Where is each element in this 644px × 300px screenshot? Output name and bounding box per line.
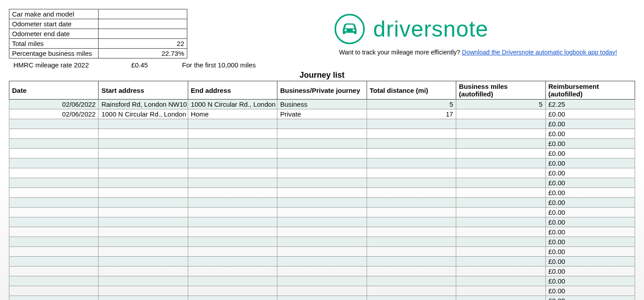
cell-biz[interactable]: [456, 129, 545, 139]
cell-start[interactable]: [99, 129, 188, 139]
cell-biz[interactable]: [456, 149, 545, 158]
info-value[interactable]: [98, 9, 187, 19]
cell-reimb[interactable]: £0.00: [545, 227, 635, 237]
cell-type[interactable]: [277, 178, 367, 188]
cell-end[interactable]: [188, 237, 277, 247]
cell-date[interactable]: [9, 208, 99, 217]
cell-start[interactable]: [99, 247, 188, 257]
cell-type[interactable]: [277, 276, 367, 286]
cell-reimb[interactable]: £0.00: [545, 247, 635, 257]
cell-reimb[interactable]: £0.00: [545, 276, 635, 286]
cell-start[interactable]: [99, 217, 188, 227]
cell-reimb[interactable]: £0.00: [545, 129, 635, 139]
cell-end[interactable]: [188, 168, 277, 178]
cell-end[interactable]: [188, 267, 277, 276]
cell-date[interactable]: [9, 188, 99, 198]
info-value[interactable]: [98, 29, 187, 39]
download-link[interactable]: Download the Driversnote automatic logbo…: [462, 49, 617, 56]
cell-biz[interactable]: [456, 267, 545, 276]
cell-end[interactable]: [188, 247, 277, 257]
cell-biz[interactable]: [456, 276, 545, 286]
cell-start[interactable]: [99, 286, 188, 296]
cell-dist[interactable]: [367, 119, 456, 129]
cell-date[interactable]: [9, 149, 99, 158]
cell-biz[interactable]: [456, 247, 545, 257]
cell-dist[interactable]: [367, 247, 456, 257]
cell-type[interactable]: [277, 188, 367, 198]
cell-reimb[interactable]: £0.00: [545, 158, 635, 168]
cell-biz[interactable]: 5: [456, 100, 545, 109]
cell-reimb[interactable]: £0.00: [545, 198, 635, 208]
cell-date[interactable]: [9, 227, 99, 237]
cell-type[interactable]: [277, 296, 367, 300]
cell-start[interactable]: [99, 188, 188, 198]
info-value[interactable]: 22.73%: [98, 49, 187, 58]
cell-type[interactable]: [277, 139, 367, 149]
cell-biz[interactable]: [456, 217, 545, 227]
cell-dist[interactable]: [367, 149, 456, 158]
cell-start[interactable]: [99, 267, 188, 276]
cell-end[interactable]: Home: [188, 109, 277, 119]
cell-end[interactable]: [188, 158, 277, 168]
cell-end[interactable]: [188, 129, 277, 139]
cell-end[interactable]: [188, 188, 277, 198]
cell-dist[interactable]: [367, 178, 456, 188]
cell-reimb[interactable]: £0.00: [545, 237, 635, 247]
cell-type[interactable]: [277, 129, 367, 139]
cell-reimb[interactable]: £0.00: [545, 168, 635, 178]
cell-date[interactable]: [9, 217, 99, 227]
cell-dist[interactable]: [367, 257, 456, 267]
cell-type[interactable]: [277, 237, 367, 247]
cell-dist[interactable]: [367, 227, 456, 237]
cell-dist[interactable]: [367, 237, 456, 247]
cell-end[interactable]: [188, 286, 277, 296]
cell-start[interactable]: [99, 158, 188, 168]
cell-start[interactable]: [99, 198, 188, 208]
cell-end[interactable]: [188, 296, 277, 300]
cell-type[interactable]: [277, 217, 367, 227]
cell-start[interactable]: 1000 N Circular Rd., London N: [99, 109, 188, 119]
cell-biz[interactable]: [456, 208, 545, 217]
cell-reimb[interactable]: £0.00: [545, 188, 635, 198]
cell-date[interactable]: [9, 267, 99, 276]
cell-type[interactable]: [277, 286, 367, 296]
cell-dist[interactable]: [367, 198, 456, 208]
cell-start[interactable]: [99, 257, 188, 267]
cell-end[interactable]: [188, 178, 277, 188]
cell-biz[interactable]: [456, 237, 545, 247]
cell-end[interactable]: [188, 139, 277, 149]
cell-reimb[interactable]: £0.00: [545, 296, 635, 300]
cell-date[interactable]: [9, 257, 99, 267]
cell-start[interactable]: [99, 178, 188, 188]
cell-reimb[interactable]: £0.00: [545, 257, 635, 267]
cell-biz[interactable]: [456, 227, 545, 237]
cell-biz[interactable]: [456, 139, 545, 149]
cell-biz[interactable]: [456, 158, 545, 168]
cell-reimb[interactable]: £0.00: [545, 149, 635, 158]
cell-end[interactable]: [188, 217, 277, 227]
cell-date[interactable]: [9, 286, 99, 296]
cell-start[interactable]: [99, 227, 188, 237]
cell-dist[interactable]: 17: [367, 109, 456, 119]
cell-start[interactable]: [99, 208, 188, 217]
cell-end[interactable]: [188, 149, 277, 158]
cell-date[interactable]: [9, 178, 99, 188]
cell-start[interactable]: [99, 119, 188, 129]
cell-end[interactable]: [188, 257, 277, 267]
cell-end[interactable]: [188, 208, 277, 217]
cell-type[interactable]: Business: [277, 100, 367, 109]
cell-start[interactable]: [99, 296, 188, 300]
cell-end[interactable]: [188, 198, 277, 208]
cell-start[interactable]: [99, 237, 188, 247]
cell-date[interactable]: [9, 168, 99, 178]
cell-dist[interactable]: [367, 158, 456, 168]
cell-type[interactable]: [277, 267, 367, 276]
info-value[interactable]: [98, 19, 187, 29]
cell-start[interactable]: [99, 276, 188, 286]
cell-type[interactable]: [277, 257, 367, 267]
cell-date[interactable]: [9, 139, 99, 149]
cell-end[interactable]: [188, 276, 277, 286]
cell-reimb[interactable]: £0.00: [545, 119, 635, 129]
cell-date[interactable]: [9, 158, 99, 168]
cell-biz[interactable]: [456, 257, 545, 267]
